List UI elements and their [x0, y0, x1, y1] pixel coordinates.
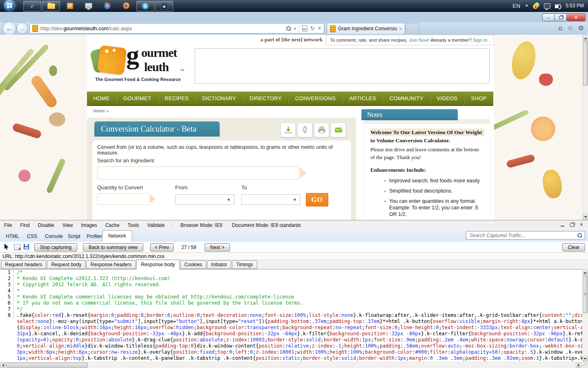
print-button[interactable] — [314, 123, 329, 137]
nav-item-community[interactable]: COMMUNITY — [383, 92, 430, 105]
next-button[interactable]: Next > — [205, 243, 230, 251]
menu-images[interactable]: Images — [77, 222, 101, 228]
scroll-down-button[interactable] — [583, 214, 588, 220]
taskbar-item-virtualbox[interactable]: ◆ — [155, 1, 173, 11]
resize-grip[interactable] — [582, 362, 588, 368]
breadcrumb[interactable]: Home » — [93, 108, 109, 113]
menu-validate[interactable]: Validate — [143, 222, 169, 228]
clear-cache-icon[interactable] — [14, 244, 20, 250]
prev-button[interactable]: < Prev — [150, 243, 174, 251]
tray-expand-icon[interactable]: ▼ — [525, 4, 528, 8]
back-to-summary-button[interactable]: Back to summary view — [83, 243, 143, 251]
subtab-request-headers[interactable]: Request headers — [1, 260, 46, 269]
page-scrollbar[interactable] — [582, 35, 588, 220]
settings-gear-icon[interactable]: ⚙ — [578, 24, 584, 32]
menu-file[interactable]: File — [0, 222, 16, 228]
favorites-star-icon[interactable]: ☆ — [567, 24, 573, 32]
refresh-icon[interactable]: ↻ — [310, 25, 315, 31]
nav-item-recipes[interactable]: RECIPES — [158, 92, 196, 105]
restore-button[interactable] — [570, 223, 574, 227]
taskbar-item-outlook[interactable]: O — [61, 1, 78, 11]
select-element-cursor-icon[interactable] — [4, 244, 9, 250]
subtab-response-body[interactable]: Response body — [136, 260, 179, 269]
notification-icon[interactable]: 1 — [533, 2, 539, 9]
menu-tools[interactable]: Tools — [124, 222, 143, 228]
search-icon[interactable] — [286, 26, 291, 31]
sign-in-link[interactable]: Sign In — [473, 38, 488, 43]
scroll-up-button[interactable] — [583, 269, 588, 275]
document-mode-menu[interactable]: Document Mode: IE9 standards — [227, 222, 306, 228]
minimize-button[interactable]: – — [542, 13, 555, 21]
nav-item-home[interactable]: HOME — [87, 92, 116, 105]
scroll-right-button[interactable] — [576, 363, 581, 368]
utensil-button[interactable] — [297, 123, 312, 137]
menu-disable[interactable]: Disable — [34, 222, 58, 228]
subtab-response-headers[interactable]: Response headers — [86, 260, 136, 269]
close-button[interactable]: × — [580, 222, 583, 227]
compatibility-view-icon[interactable] — [302, 25, 307, 31]
taskbar-item-internet-explorer[interactable]: e — [23, 1, 41, 11]
from-select[interactable]: ▼ — [175, 194, 234, 205]
menu-view[interactable]: View — [58, 222, 77, 228]
browser-tab[interactable]: Gram Ingredient Conversio... × — [327, 23, 405, 34]
site-logo[interactable]: g ourmet leuth TM The Gourmet Food & Coo… — [87, 45, 195, 92]
code-vertical-scrollbar[interactable] — [582, 269, 588, 362]
stop-icon[interactable]: ✕ — [318, 26, 321, 31]
scroll-left-button[interactable] — [0, 363, 6, 368]
nav-item-videos[interactable]: VIDEOS — [430, 92, 464, 105]
menu-cache[interactable]: Cache — [101, 222, 124, 228]
ingredient-search-input[interactable] — [97, 166, 300, 180]
subtab-request-body[interactable]: Request body — [47, 260, 85, 269]
restore-button[interactable] — [555, 13, 567, 21]
browser-mode-menu[interactable]: Browser Mode: IE9 — [176, 222, 227, 228]
address-bar[interactable]: http://dev.gourmetsleuth.com/calc.aspx ▾… — [29, 23, 324, 34]
traffic-search-input[interactable] — [469, 232, 577, 239]
taskbar-item-remote-desktop[interactable] — [80, 1, 97, 11]
subtab-cookies[interactable]: Cookies — [180, 260, 206, 269]
to-select[interactable]: ▼ — [241, 194, 301, 205]
join-now-link[interactable]: Join Now! — [409, 38, 430, 43]
response-body-code[interactable]: 1/*2* Kendo UI Complete v2012.1.322 (htt… — [0, 269, 582, 362]
nav-item-shop[interactable]: SHOP — [464, 92, 493, 105]
clear-button[interactable]: Clear — [562, 243, 585, 251]
subtab-timings[interactable]: Timings — [232, 260, 257, 269]
nav-item-dictionary[interactable]: DICTIONARY — [196, 92, 243, 105]
email-button[interactable] — [331, 123, 346, 137]
traffic-search-box[interactable] — [466, 231, 585, 240]
download-button[interactable] — [281, 123, 296, 137]
close-button[interactable]: × — [566, 13, 586, 21]
back-button[interactable]: ← — [2, 22, 16, 36]
go-button[interactable]: GO — [306, 193, 328, 206]
taskbar-item-firefox[interactable] — [118, 1, 135, 11]
search-dropdown-icon[interactable]: ▾ — [294, 27, 296, 31]
tab-network[interactable]: Network — [102, 230, 132, 242]
quantity-input[interactable] — [97, 193, 150, 205]
nav-item-articles[interactable]: ARTICLES — [343, 92, 383, 105]
network-icon[interactable] — [544, 3, 550, 9]
save-icon[interactable] — [24, 244, 29, 249]
new-tab-stub[interactable] — [405, 23, 419, 34]
scrollbar-thumb[interactable] — [583, 41, 588, 85]
start-button[interactable] — [4, 0, 15, 11]
clock[interactable]: 5:53 PM — [566, 3, 584, 9]
language-indicator[interactable]: EN — [512, 3, 520, 9]
nav-item-gourmet[interactable]: GOURMET — [116, 92, 158, 105]
scroll-up-button[interactable] — [583, 35, 588, 41]
taskbar-item-skype[interactable]: S — [136, 1, 154, 11]
scroll-down-button[interactable] — [583, 356, 588, 361]
taskbar-item-chrome[interactable] — [99, 1, 116, 11]
nav-item-conversions[interactable]: CONVERSIONS — [288, 92, 342, 105]
home-icon[interactable]: ⌂ — [558, 24, 562, 32]
subtab-initiator[interactable]: Initiator — [207, 260, 231, 269]
nav-item-directory[interactable]: DIRECTORY — [243, 92, 289, 105]
code-horizontal-scrollbar[interactable] — [0, 362, 588, 368]
taskbar-item-windows-explorer[interactable] — [42, 1, 60, 11]
minimize-button[interactable] — [561, 226, 564, 227]
tab-close-icon[interactable]: × — [399, 26, 402, 31]
scrollbar-thumb[interactable] — [6, 363, 88, 368]
url-text[interactable]: http://dev.gourmetsleuth.com/calc.aspx — [40, 25, 283, 31]
search-icon[interactable] — [577, 233, 582, 238]
stop-capturing-button[interactable]: Stop capturing — [34, 243, 77, 251]
menu-find[interactable]: Find — [16, 222, 33, 228]
scrollbar-thumb[interactable] — [583, 276, 588, 313]
